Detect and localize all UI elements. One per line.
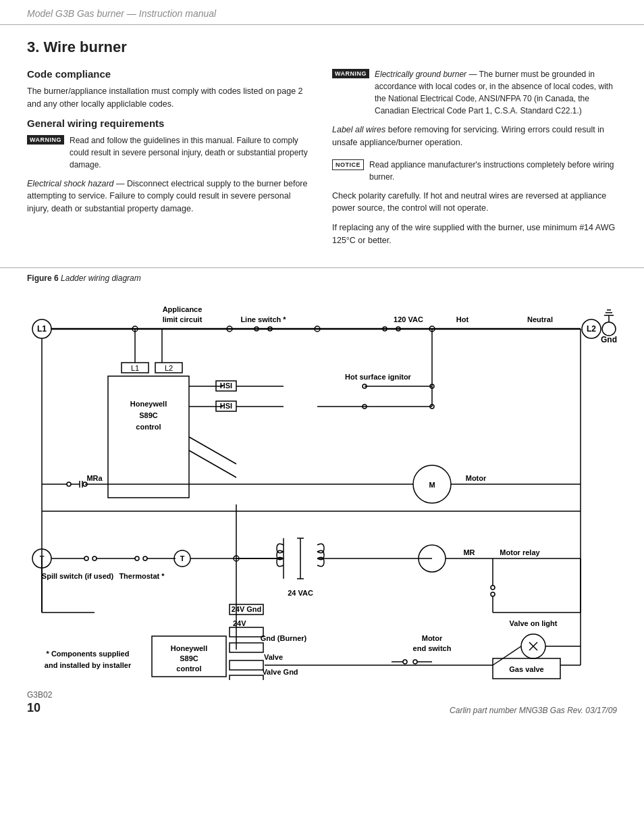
two-col-layout: Code compliance The burner/appliance ins… bbox=[27, 68, 617, 254]
svg-point-5 bbox=[602, 322, 616, 336]
svg-point-128 bbox=[403, 660, 407, 664]
svg-text:* Components supplied: * Components supplied bbox=[47, 650, 130, 658]
svg-text:L1: L1 bbox=[131, 364, 139, 372]
svg-text:MR: MR bbox=[463, 548, 475, 556]
svg-text:and installed by installer: and installed by installer bbox=[45, 661, 132, 669]
svg-text:Motor: Motor bbox=[466, 474, 487, 482]
svg-text:Gas valve: Gas valve bbox=[509, 665, 543, 673]
svg-text:M: M bbox=[429, 481, 435, 489]
svg-point-59 bbox=[67, 482, 71, 486]
main-content: 3. Wire burner Code compliance The burne… bbox=[0, 25, 644, 254]
notice-text: Read appliance manufacturer's instructio… bbox=[369, 159, 617, 183]
svg-text:24 VAC: 24 VAC bbox=[288, 589, 313, 597]
svg-point-100 bbox=[491, 592, 495, 596]
svg-point-77 bbox=[84, 556, 88, 561]
svg-text:Neutral: Neutral bbox=[527, 315, 553, 323]
polarity-text: Check polarity carefully. If hot and neu… bbox=[332, 190, 617, 215]
svg-text:Valve on light: Valve on light bbox=[510, 619, 558, 627]
warning-text-1: Read and follow the guidelines in this m… bbox=[70, 134, 312, 171]
warning-badge-1: WARNING bbox=[27, 135, 64, 145]
svg-point-78 bbox=[92, 556, 97, 561]
notice-block: NOTICE Read appliance manufacturer's ins… bbox=[332, 159, 617, 183]
svg-line-56 bbox=[189, 437, 236, 464]
footer: G3B02 10 Carlin part number MNG3B Gas Re… bbox=[0, 683, 644, 722]
wiring-svg: text { font-family: Arial, Helvetica, sa… bbox=[27, 288, 617, 680]
warning-badge-2: WARNING bbox=[332, 69, 369, 78]
svg-text:HSI: HSI bbox=[220, 402, 232, 410]
svg-text:Honeywell: Honeywell bbox=[130, 400, 167, 408]
svg-text:Valve: Valve bbox=[264, 653, 283, 661]
col-left: Code compliance The burner/appliance ins… bbox=[27, 68, 312, 254]
footer-right: Carlin part number MNG3B Gas Rev. 03/17/… bbox=[450, 706, 617, 715]
svg-text:control: control bbox=[136, 423, 161, 431]
footer-model: G3B02 bbox=[27, 690, 52, 700]
svg-text:MRa: MRa bbox=[86, 474, 103, 482]
svg-text:Hot: Hot bbox=[456, 315, 469, 323]
svg-text:S89C: S89C bbox=[139, 411, 158, 419]
svg-text:120 VAC: 120 VAC bbox=[394, 315, 423, 323]
label-all-wires: Label all wires before removing for serv… bbox=[332, 124, 617, 149]
page: Model G3B Gas burner — Instruction manua… bbox=[0, 0, 644, 834]
svg-text:end switch: end switch bbox=[413, 644, 452, 652]
svg-text:Motor relay: Motor relay bbox=[500, 548, 540, 556]
svg-text:Hot surface ignitor: Hot surface ignitor bbox=[345, 373, 412, 381]
notice-badge: NOTICE bbox=[332, 159, 364, 170]
shock-hazard-text: Electrical shock hazard — Disconnect ele… bbox=[27, 178, 312, 215]
svg-rect-111 bbox=[230, 643, 263, 652]
svg-text:L2: L2 bbox=[587, 324, 596, 334]
electrically-ground-italic: Electrically ground burner bbox=[375, 70, 466, 79]
svg-text:S89C: S89C bbox=[180, 654, 198, 662]
svg-line-57 bbox=[189, 450, 236, 477]
svg-text:Motor: Motor bbox=[422, 634, 443, 642]
header-title: Model G3B Gas burner — Instruction manua… bbox=[27, 8, 216, 19]
svg-text:Valve Gnd: Valve Gnd bbox=[262, 668, 298, 676]
figure-caption: Figure 6 Ladder wiring diagram bbox=[27, 273, 617, 283]
svg-text:Honeywell: Honeywell bbox=[171, 644, 207, 652]
warning-text-2: Electrically ground burner — The burner … bbox=[375, 68, 617, 117]
svg-text:T: T bbox=[180, 554, 185, 563]
svg-text:L2: L2 bbox=[165, 364, 173, 372]
svg-text:Line switch *: Line switch * bbox=[240, 315, 286, 323]
header: Model G3B Gas burner — Instruction manua… bbox=[0, 0, 644, 25]
svg-point-80 bbox=[135, 556, 139, 561]
svg-rect-35 bbox=[108, 376, 189, 498]
figure-area: Figure 6 Ladder wiring diagram text { fo… bbox=[0, 267, 644, 680]
svg-rect-109 bbox=[230, 627, 263, 637]
shock-hazard-italic: Electrical shock hazard bbox=[27, 179, 114, 188]
general-wiring-heading: General wiring requirements bbox=[27, 118, 312, 129]
wiring-diagram: text { font-family: Arial, Helvetica, sa… bbox=[27, 288, 617, 680]
shock-hazard-block: Electrical shock hazard — Disconnect ele… bbox=[27, 178, 312, 215]
code-compliance-body: The burner/appliance installation must c… bbox=[27, 85, 312, 111]
svg-text:control: control bbox=[176, 664, 201, 673]
code-compliance-heading: Code compliance bbox=[27, 68, 312, 80]
svg-rect-115 bbox=[230, 675, 263, 680]
svg-text:Applicance: Applicance bbox=[163, 305, 203, 313]
svg-text:Gnd: Gnd bbox=[601, 335, 617, 344]
svg-text:Spill switch (if used): Spill switch (if used) bbox=[42, 572, 114, 580]
svg-text:Gnd (Burner): Gnd (Burner) bbox=[261, 634, 307, 642]
svg-text:24V: 24V bbox=[233, 619, 246, 627]
section-title: 3. Wire burner bbox=[27, 38, 617, 56]
svg-point-99 bbox=[491, 585, 495, 590]
svg-text:24V Gnd: 24V Gnd bbox=[232, 605, 262, 613]
svg-text:limit circuit: limit circuit bbox=[163, 315, 203, 323]
footer-left: G3B02 10 bbox=[27, 690, 52, 715]
svg-point-81 bbox=[143, 556, 147, 561]
svg-text:Thermostat *: Thermostat * bbox=[119, 572, 165, 580]
footer-page: 10 bbox=[27, 701, 52, 715]
warning-block-2: WARNING Electrically ground burner — The… bbox=[332, 68, 617, 117]
col-right: WARNING Electrically ground burner — The… bbox=[332, 68, 617, 254]
warning-block-1: WARNING Read and follow the guidelines i… bbox=[27, 134, 312, 171]
svg-point-129 bbox=[413, 660, 417, 664]
awg-text: If replacing any of the wire supplied wi… bbox=[332, 221, 617, 247]
svg-text:HSI: HSI bbox=[220, 382, 232, 390]
svg-rect-113 bbox=[230, 660, 263, 670]
svg-line-135 bbox=[493, 646, 521, 665]
svg-text:L1: L1 bbox=[37, 324, 47, 334]
